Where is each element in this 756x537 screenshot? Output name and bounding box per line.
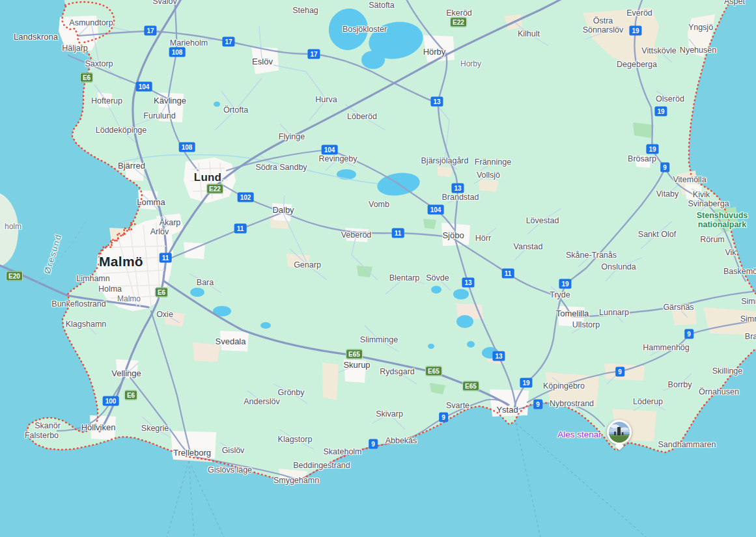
- place-label[interactable]: Svedala: [216, 337, 246, 347]
- place-label[interactable]: Limhamn: [76, 274, 109, 283]
- place-label[interactable]: Bran: [745, 332, 756, 341]
- place-label[interactable]: Simr: [741, 297, 756, 306]
- place-label[interactable]: Brösarp: [628, 154, 656, 163]
- place-label[interactable]: Asmundtorp: [69, 18, 113, 27]
- place-label[interactable]: Hurva: [315, 95, 337, 104]
- place-label[interactable]: Veberöd: [341, 230, 372, 240]
- place-label[interactable]: Häljarp: [62, 44, 88, 53]
- place-label[interactable]: Åkarp: [160, 218, 181, 227]
- place-label[interactable]: Brandstad: [442, 193, 479, 202]
- place-label[interactable]: Svinaberga: [688, 199, 729, 208]
- place-label[interactable]: Vomb: [369, 200, 389, 209]
- place-label[interactable]: Vellinge: [111, 369, 141, 379]
- place-label[interactable]: Vik: [725, 248, 736, 257]
- place-label[interactable]: Sjöbo: [442, 231, 464, 241]
- place-label[interactable]: Lövestad: [526, 216, 559, 225]
- place-label[interactable]: Nybrostrand: [550, 399, 594, 408]
- place-label[interactable]: Ekeröd: [446, 8, 472, 18]
- place-label[interactable]: Östra Sönnarslöv: [583, 16, 624, 35]
- place-label[interactable]: Skillinge: [712, 366, 743, 376]
- place-label[interactable]: Rydsgard: [380, 367, 415, 376]
- place-label[interactable]: Sankt Olof: [638, 230, 676, 239]
- place-label[interactable]: Skegrie: [141, 424, 169, 433]
- place-label[interactable]: Abbekås: [385, 436, 417, 445]
- place-label[interactable]: Svalöv: [152, 0, 177, 6]
- place-label[interactable]: Bara: [197, 278, 214, 287]
- place-label[interactable]: Eslöv: [252, 57, 273, 67]
- place-label[interactable]: Vanstad: [514, 242, 543, 251]
- place-label[interactable]: Ullstorp: [572, 320, 600, 329]
- place-label[interactable]: Gislöv: [222, 446, 245, 455]
- place-label[interactable]: Falsterbo: [25, 431, 59, 440]
- place-label[interactable]: Fränninge: [475, 158, 511, 167]
- place-label[interactable]: Vollsjö: [477, 171, 500, 180]
- place-label[interactable]: Hofterup: [91, 96, 122, 105]
- place-label[interactable]: Örtofta: [223, 105, 248, 115]
- place-label[interactable]: Stenshuvuds nationalpark: [697, 211, 748, 230]
- place-label[interactable]: Skateholm: [323, 447, 361, 456]
- place-label[interactable]: Södra Sandby: [255, 163, 307, 172]
- place-label[interactable]: Oxie: [156, 310, 173, 319]
- place-label[interactable]: Kivik: [693, 190, 710, 199]
- place-label[interactable]: Skurup: [343, 361, 370, 370]
- poi-label[interactable]: Ales stenar: [557, 430, 602, 440]
- place-label[interactable]: Sätofta: [369, 1, 395, 10]
- place-label[interactable]: Landskrona: [14, 33, 58, 42]
- place-label[interactable]: Anderslöv: [244, 397, 280, 406]
- place-label[interactable]: Trelleborg: [173, 448, 211, 458]
- place-label[interactable]: Nyehusen: [680, 46, 716, 55]
- place-label[interactable]: Hörby: [423, 48, 446, 57]
- place-label[interactable]: Vitemölla: [673, 175, 706, 184]
- place-label[interactable]: Skanör: [35, 421, 61, 430]
- ales-stenar-photo-marker[interactable]: [607, 420, 632, 445]
- place-label[interactable]: Hammenhög: [643, 343, 690, 352]
- place-label[interactable]: Beddingestrand: [293, 461, 350, 470]
- place-label[interactable]: Arlöv: [150, 227, 169, 236]
- place-label[interactable]: Smygehamn: [273, 476, 319, 485]
- place-label[interactable]: Rörum: [700, 235, 725, 244]
- place-label[interactable]: Sandhammaren: [658, 440, 716, 449]
- place-label[interactable]: Ystad: [496, 406, 518, 415]
- place-label[interactable]: Saxtorp: [85, 59, 113, 68]
- place-label[interactable]: Everöd: [626, 8, 652, 18]
- place-label[interactable]: Onslunda: [601, 262, 636, 271]
- place-label[interactable]: Bosjökloster: [343, 25, 387, 34]
- place-label[interactable]: Skåne-Tranås: [566, 251, 617, 260]
- place-label[interactable]: Svarte: [446, 401, 469, 410]
- place-label[interactable]: Furulund: [143, 111, 175, 120]
- place-label[interactable]: Stehag: [292, 6, 318, 15]
- place-label[interactable]: Bunkeflostrand: [51, 299, 105, 309]
- place-label[interactable]: Skivarp: [376, 409, 403, 419]
- place-label[interactable]: Borrby: [668, 380, 692, 389]
- place-label[interactable]: Malmö: [99, 254, 143, 269]
- place-label[interactable]: Löddeköpinge: [96, 126, 147, 135]
- place-label[interactable]: Marieholm: [170, 38, 208, 48]
- place-label[interactable]: Baskemö: [723, 267, 756, 276]
- place-label[interactable]: Yngsjö: [688, 23, 713, 32]
- place-label[interactable]: Vitaby: [656, 189, 679, 199]
- place-label[interactable]: Tryde: [550, 290, 570, 299]
- place-label[interactable]: Dalby: [272, 206, 294, 215]
- place-label[interactable]: Degeberga: [617, 60, 657, 69]
- place-label[interactable]: Lunnarp: [599, 308, 629, 317]
- place-label[interactable]: Genarp: [294, 260, 321, 269]
- place-label[interactable]: Klagstorp: [278, 435, 313, 444]
- place-label[interactable]: Köpingebro: [543, 381, 585, 391]
- place-label[interactable]: Sövde: [426, 273, 449, 282]
- place-label[interactable]: Örnahusen: [699, 387, 739, 396]
- place-label[interactable]: Höllviken: [81, 423, 116, 433]
- place-label[interactable]: Kilhult: [518, 29, 540, 38]
- place-label[interactable]: Blentarp: [389, 273, 420, 282]
- place-label[interactable]: Vittskövle: [641, 46, 676, 55]
- place-label[interactable]: Tomelilla: [556, 309, 589, 319]
- place-label[interactable]: Hörr: [475, 234, 491, 243]
- place-label[interactable]: Flyinge: [279, 132, 305, 141]
- place-label[interactable]: Aspet: [724, 0, 745, 6]
- place-label[interactable]: Olseröd: [656, 94, 684, 103]
- place-label[interactable]: Kävlinge: [154, 96, 186, 106]
- place-label[interactable]: Revingeby: [318, 154, 357, 163]
- place-label[interactable]: Löderup: [633, 397, 663, 406]
- place-label[interactable]: Lomma: [137, 198, 165, 208]
- place-label[interactable]: Holma: [98, 284, 122, 294]
- place-label[interactable]: Slimminge: [360, 335, 398, 344]
